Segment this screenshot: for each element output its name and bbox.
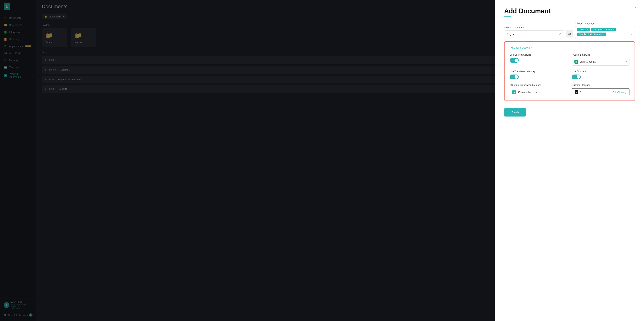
custom-service-select[interactable]: @ OpenAI ChatGPT ▾	[572, 58, 630, 66]
use-glossary-group: Use Glossary	[572, 70, 630, 79]
target-tag-portuguese[interactable]: Portuguese (Brazil) ×	[591, 28, 616, 32]
required-star-2: *	[575, 22, 576, 25]
target-tag-turkish[interactable]: Turkish ×	[577, 28, 590, 32]
required-star: *	[504, 26, 505, 29]
required-star-memory: *	[510, 84, 510, 86]
advanced-options-toggle[interactable]: Advanced Options ▾	[510, 46, 630, 49]
use-custom-service-label: Use Custom Service	[510, 54, 567, 56]
source-language-group: * Source Language English ✓	[504, 26, 564, 38]
use-custom-service-group: Use Custom Service	[510, 54, 567, 66]
use-translation-memory-label: Use Translation Memory	[510, 70, 567, 73]
glossary-icon: ▪	[574, 90, 578, 94]
toggle-knob	[514, 75, 518, 79]
translate-languages-icon[interactable]: ⇄	[566, 30, 573, 38]
custom-service-label: * Custom Service	[572, 54, 630, 56]
target-tag-spanish[interactable]: Spanish (Latin America) ×	[577, 33, 606, 36]
target-languages-group: * Target Languages Turkish × Portuguese …	[575, 22, 635, 38]
openai-icon: @	[574, 60, 578, 64]
use-custom-service-toggle[interactable]	[510, 58, 519, 63]
custom-glossary-label: Custom Glossary	[572, 84, 630, 86]
toggle-knob	[576, 75, 580, 79]
remove-spanish-button[interactable]: ×	[603, 33, 604, 36]
use-glossary-label: Use Glossary	[572, 70, 630, 73]
check-icon: ✓	[559, 32, 561, 36]
toggle-knob	[514, 59, 518, 62]
use-translation-memory-group: Use Translation Memory	[510, 70, 567, 79]
custom-translation-memory-select[interactable]: ◈ Chain of Memories ▾	[510, 88, 567, 96]
target-tags-container[interactable]: Turkish × Portuguese (Brazil) × Spanish …	[575, 26, 635, 38]
advanced-options-grid: Use Custom Service * Custom Service @ Op	[510, 54, 630, 96]
memory-arrow-icon: ▾	[564, 91, 565, 93]
modal-close-button[interactable]: ×	[634, 6, 637, 9]
advanced-options-box: Advanced Options ▾ Use Custom Service * …	[504, 42, 635, 101]
source-language-input[interactable]: English ✓	[504, 30, 564, 38]
custom-translation-memory-label: * Custom Translation Memory	[510, 84, 567, 86]
remove-portuguese-button[interactable]: ×	[612, 29, 614, 31]
target-languages-label: * Target Languages	[575, 22, 635, 25]
remove-turkish-button[interactable]: ×	[587, 29, 588, 31]
create-button[interactable]: Create	[504, 108, 526, 117]
select-arrow-icon: ▾	[626, 61, 627, 63]
custom-glossary-group: Custom Glossary ▪ 1 Edit Glossary	[572, 84, 630, 96]
custom-translation-memory-group: * Custom Translation Memory ◈ Chain of M…	[510, 84, 567, 96]
modal-title-underline	[504, 16, 512, 17]
target-check-icon: ✓	[630, 33, 632, 36]
modal-title: Add Document	[504, 7, 635, 15]
memory-icon: ◈	[512, 90, 516, 94]
edit-glossary-link[interactable]: Edit Glossary	[612, 91, 626, 94]
use-translation-memory-toggle[interactable]	[510, 75, 519, 79]
use-glossary-toggle[interactable]	[572, 75, 581, 79]
custom-service-group: * Custom Service @ OpenAI ChatGPT ▾	[572, 54, 630, 66]
chevron-down-icon: ▾	[532, 46, 532, 49]
language-row: * Source Language English ✓ ⇄ * Target L…	[504, 22, 635, 38]
add-document-modal: × Add Document * Source Language English…	[495, 0, 644, 321]
modal-overlay: × Add Document * Source Language English…	[0, 0, 644, 321]
custom-glossary-input[interactable]: ▪ 1 Edit Glossary	[572, 88, 630, 96]
required-star-service: *	[572, 54, 573, 56]
source-language-label: * Source Language	[504, 26, 564, 29]
